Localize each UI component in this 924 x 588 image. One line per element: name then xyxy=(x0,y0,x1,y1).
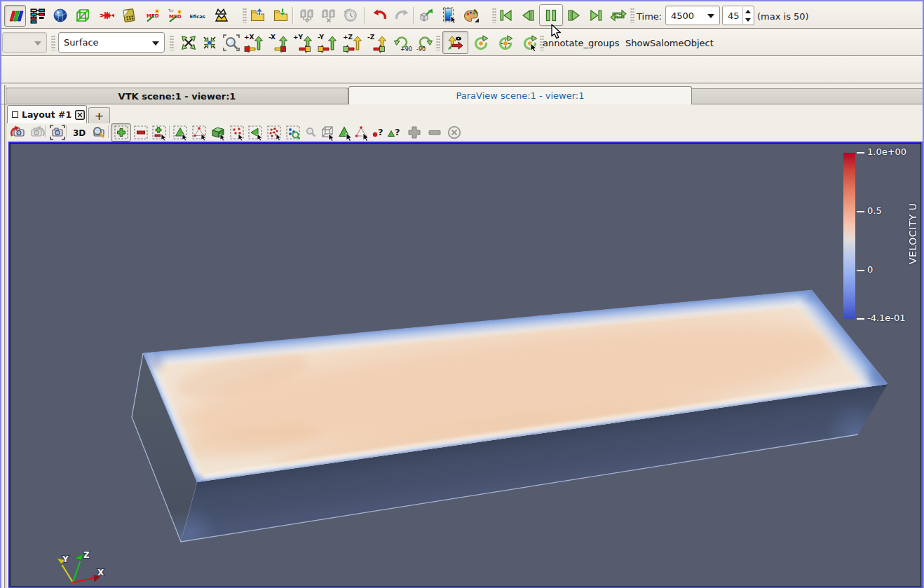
object-browser-module-button[interactable] xyxy=(28,5,48,26)
fit-all-button[interactable] xyxy=(178,32,199,53)
tab-layout-1[interactable]: Layout #1 xyxy=(7,105,87,123)
svg-text:+Z: +Z xyxy=(343,34,353,41)
zoom-to-selection-button[interactable] xyxy=(303,124,320,141)
vcr-last-frame-button[interactable] xyxy=(585,5,606,26)
interactive-select-points-button[interactable] xyxy=(266,124,283,141)
history-button[interactable] xyxy=(341,5,360,26)
connect-server-button[interactable] xyxy=(297,5,317,26)
med-tui-module-button[interactable]: Tui MED xyxy=(165,5,185,26)
combobox-value: Surface xyxy=(64,37,99,48)
camera-redo-button[interactable] xyxy=(28,124,45,141)
toolbar-separator xyxy=(413,7,414,24)
vcr-previous-frame-button[interactable] xyxy=(517,5,538,26)
rotate-view-center-button[interactable] xyxy=(494,32,517,53)
select-cells-on-surface-button[interactable] xyxy=(111,123,131,142)
grow-selection-button[interactable] xyxy=(406,124,423,141)
crawfish-module-button[interactable] xyxy=(97,5,116,26)
create-source-button[interactable] xyxy=(416,5,436,26)
vcr-pause-button[interactable] xyxy=(539,4,563,26)
save-file-button[interactable] xyxy=(271,5,291,26)
zoom-to-box-button[interactable] xyxy=(90,124,107,141)
spinbox-value: 45 xyxy=(728,11,740,21)
query-point-data-button[interactable]: ? xyxy=(370,124,387,141)
paravis-module-icon xyxy=(7,8,24,25)
rotate-counterclockwise-90-button[interactable]: -90 xyxy=(413,32,436,53)
modify-selection-button[interactable] xyxy=(151,124,168,141)
orientation-axes-icon xyxy=(447,34,465,52)
scalar-bar[interactable] xyxy=(843,153,855,319)
rotate-clockwise-90-button[interactable]: +90 xyxy=(390,32,414,53)
eficas-module-button[interactable]: Eficas xyxy=(188,5,208,26)
toolbar-drag-handle[interactable] xyxy=(170,35,174,50)
rotate-circle-1-icon xyxy=(472,34,490,52)
toolbar-drag-handle[interactable] xyxy=(51,35,55,50)
view-plus-y-button[interactable]: +Y xyxy=(291,32,315,53)
tab-vtk-viewer[interactable]: VTK scene:1 - viewer:1 xyxy=(6,88,348,104)
spinbox-up-icon[interactable] xyxy=(743,7,753,15)
dock-resize-strip[interactable] xyxy=(1,83,8,588)
vcr-first-frame-button[interactable] xyxy=(496,5,517,26)
med-module-button[interactable]: MED xyxy=(143,5,163,26)
time-frame-spinbox[interactable]: 45 xyxy=(722,6,754,25)
render-viewport[interactable]: 1.0e+000.50-4.1e-01 VELOCITY U Y Z X xyxy=(8,142,923,588)
edit-color-map-button[interactable] xyxy=(438,5,459,26)
butterfly-module-button[interactable] xyxy=(212,5,231,26)
vcr-play-button[interactable] xyxy=(564,5,585,26)
fit-selection-button[interactable] xyxy=(199,32,220,53)
select-points-with-polygon-button[interactable] xyxy=(229,124,245,141)
select-points-through-button[interactable] xyxy=(191,124,208,141)
render-viewport-canvas[interactable]: 1.0e+000.50-4.1e-01 VELOCITY U Y Z X xyxy=(11,144,920,586)
shrink-minus-icon xyxy=(426,124,443,141)
open-file-button[interactable] xyxy=(248,5,268,26)
view-minus-x-button[interactable]: -X xyxy=(266,32,291,53)
layout-tab-close-icon[interactable] xyxy=(75,110,85,120)
calculator-module-button[interactable] xyxy=(119,5,139,26)
camera-undo-button[interactable] xyxy=(11,124,27,141)
rotate-view-button[interactable] xyxy=(469,32,493,53)
time-max-label: (max is 50) xyxy=(757,11,809,22)
mesh-cube-module-button[interactable] xyxy=(73,5,93,26)
zoom-box-button[interactable] xyxy=(220,32,243,53)
hover-points-query-button[interactable] xyxy=(285,124,301,141)
select-surface-cells-button[interactable] xyxy=(337,124,353,141)
tab-add-layout[interactable]: + xyxy=(88,107,110,123)
view-plus-z-button[interactable]: +Z xyxy=(341,32,365,53)
toolbar-drag-handle[interactable] xyxy=(630,8,634,23)
vcr-last-icon xyxy=(587,7,604,24)
view-plus-x-button[interactable]: +X xyxy=(242,32,266,53)
view-minus-y-button[interactable]: -Y xyxy=(315,32,340,53)
select-surface-points-button[interactable] xyxy=(353,124,370,141)
adjust-camera-button[interactable] xyxy=(49,124,66,141)
spinbox-down-icon[interactable] xyxy=(743,15,753,24)
query-cell-data-button[interactable]: ? xyxy=(386,124,403,141)
svg-text:3D: 3D xyxy=(73,128,86,138)
time-value-combobox[interactable]: 4500 xyxy=(665,6,720,25)
view-minus-z-button[interactable]: -Z xyxy=(365,32,390,53)
select-cells-through-icon xyxy=(172,124,189,141)
select-cells-through-button[interactable] xyxy=(172,124,189,141)
vcr-loop-button[interactable] xyxy=(606,5,630,26)
select-points-on-surface-button[interactable] xyxy=(133,124,149,141)
tab-paraview-viewer[interactable]: ParaView scene:1 - viewer:1 xyxy=(348,86,692,104)
undo-button[interactable] xyxy=(369,5,390,26)
globe-module-button[interactable] xyxy=(50,5,70,26)
redo-button[interactable] xyxy=(392,5,413,26)
axis-z-label: Z xyxy=(83,550,90,560)
select-block-button[interactable] xyxy=(210,124,226,141)
representation-combobox[interactable]: Surface xyxy=(58,32,165,53)
clear-selection-button[interactable] xyxy=(446,124,463,141)
representation-disabled-combobox[interactable] xyxy=(2,32,47,53)
color-palette-button[interactable] xyxy=(460,5,482,26)
toolbar-drag-handle[interactable] xyxy=(243,8,247,23)
paravis-module-button[interactable] xyxy=(4,5,26,27)
toolbar-drag-handle[interactable] xyxy=(436,35,440,50)
show-orientation-axes-button[interactable] xyxy=(442,31,468,54)
source-box-icon xyxy=(418,7,435,24)
spinbox-arrows[interactable] xyxy=(742,7,753,24)
interactive-select-cells-button[interactable] xyxy=(247,124,264,141)
shrink-selection-button[interactable] xyxy=(426,124,443,141)
macro-show-salome-object-button[interactable]: ShowSalomeObject xyxy=(621,32,718,53)
disconnect-server-button[interactable] xyxy=(319,5,339,26)
select-frustum-button[interactable] xyxy=(319,124,336,141)
toggle-3d-interaction-button[interactable]: 3D xyxy=(70,124,88,141)
